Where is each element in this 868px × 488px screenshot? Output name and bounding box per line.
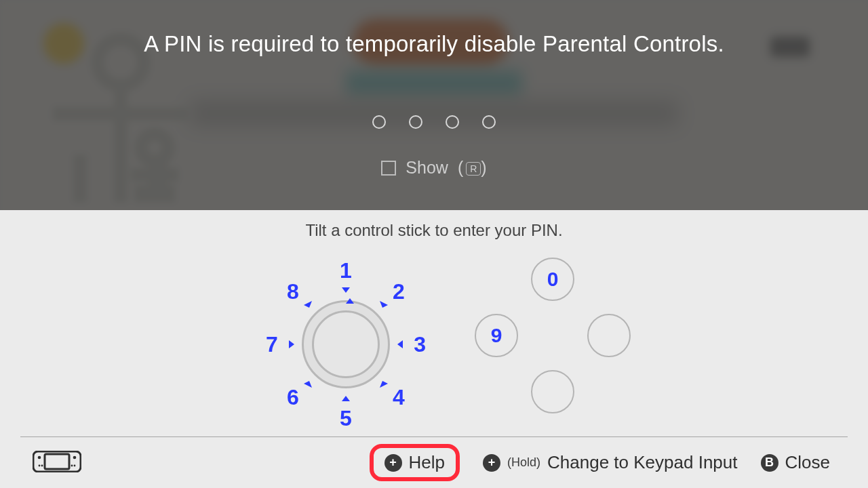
face-button-cluster[interactable]: 0 9 [475, 258, 631, 413]
svg-marker-6 [342, 396, 350, 401]
plus-glyph-icon: + [384, 454, 402, 472]
face-button-a[interactable] [587, 314, 631, 357]
svg-marker-9 [304, 301, 312, 308]
show-label: Show [406, 158, 448, 178]
plus-glyph-icon: + [483, 454, 500, 472]
pin-dot [372, 115, 386, 129]
svg-point-12 [38, 455, 41, 459]
pin-dot [482, 115, 496, 129]
svg-point-16 [71, 464, 73, 466]
r-button-badge: R [466, 162, 481, 176]
console-icon [33, 451, 81, 475]
b-glyph-icon: B [761, 454, 778, 472]
headline-text: A PIN is required to temporarily disable… [0, 31, 868, 57]
checkbox-icon [381, 161, 396, 176]
svg-marker-8 [289, 340, 294, 348]
svg-point-17 [74, 464, 76, 466]
close-label: Close [785, 452, 830, 473]
svg-marker-5 [380, 381, 388, 388]
change-input-button[interactable]: + (Hold) Change to Keypad Input [483, 452, 737, 473]
svg-marker-7 [304, 381, 312, 388]
pin-dot [409, 115, 422, 129]
footer-bar: + Help + (Hold) Change to Keypad Input B… [0, 437, 868, 488]
help-button[interactable]: + Help [370, 444, 460, 481]
face-button-y[interactable]: 9 [475, 314, 518, 357]
face-button-b[interactable] [531, 370, 574, 413]
svg-point-13 [73, 455, 77, 459]
hold-hint: (Hold) [507, 455, 540, 470]
dial-ticks [258, 256, 434, 432]
svg-marker-3 [380, 301, 388, 308]
close-button[interactable]: B Close [761, 452, 830, 473]
svg-marker-4 [397, 340, 403, 348]
svg-point-15 [41, 464, 43, 466]
instruction-text: Tilt a control stick to enter your PIN. [0, 221, 868, 240]
help-label: Help [409, 452, 445, 473]
change-label: Change to Keypad Input [547, 452, 737, 473]
show-pin-toggle[interactable]: Show (R) [0, 158, 868, 178]
svg-rect-11 [45, 454, 69, 469]
face-button-x[interactable]: 0 [531, 258, 574, 301]
pin-entry-dots [0, 115, 868, 129]
svg-point-14 [39, 464, 41, 466]
pin-dot [446, 115, 459, 129]
svg-marker-2 [342, 287, 350, 293]
